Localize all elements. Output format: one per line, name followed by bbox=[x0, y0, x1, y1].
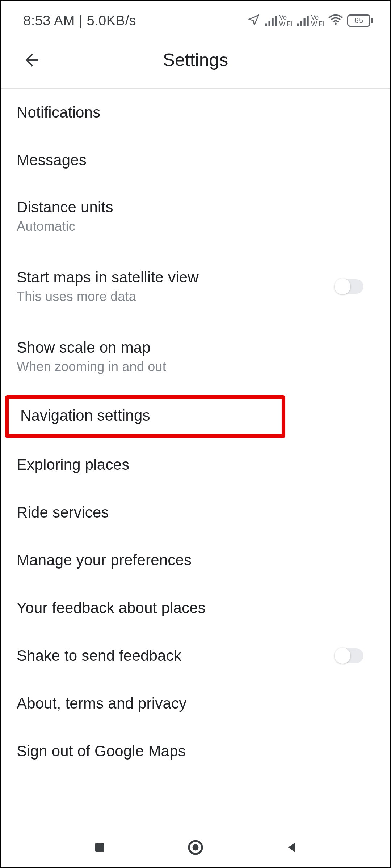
svg-rect-5 bbox=[300, 21, 302, 26]
setting-item-ride-services[interactable]: Ride services bbox=[1, 489, 390, 536]
circle-icon bbox=[187, 839, 204, 856]
setting-title: Your feedback about places bbox=[17, 599, 206, 617]
setting-title: Shake to send feedback bbox=[17, 647, 181, 664]
nav-home-button[interactable] bbox=[185, 837, 206, 858]
setting-item-satellite-view[interactable]: Start maps in satellite view This uses m… bbox=[1, 248, 390, 319]
setting-item-navigation-settings[interactable]: Navigation settings bbox=[5, 395, 285, 438]
signal-sim2: Vo WiFi bbox=[297, 14, 324, 27]
setting-title: Start maps in satellite view bbox=[17, 269, 199, 286]
setting-item-messages[interactable]: Messages bbox=[1, 136, 390, 184]
status-separator: | bbox=[75, 13, 87, 28]
setting-item-show-scale[interactable]: Show scale on map When zooming in and ou… bbox=[1, 319, 390, 389]
setting-title: Exploring places bbox=[17, 456, 129, 473]
signal-bars-icon bbox=[265, 15, 278, 26]
setting-title: Navigation settings bbox=[20, 407, 270, 424]
setting-title: Messages bbox=[17, 152, 87, 169]
square-icon bbox=[93, 841, 106, 854]
settings-list: Notifications Messages Distance units Au… bbox=[1, 89, 390, 775]
signal-bars-icon bbox=[297, 15, 310, 26]
setting-subtitle: When zooming in and out bbox=[17, 359, 166, 374]
system-nav-bar bbox=[1, 827, 390, 867]
status-bar: 8:53 AM | 5.0KB/s Vo WiFi bbox=[1, 1, 390, 37]
setting-subtitle: Automatic bbox=[17, 219, 113, 234]
setting-item-distance-units[interactable]: Distance units Automatic bbox=[1, 184, 390, 248]
setting-item-manage-preferences[interactable]: Manage your preferences bbox=[1, 536, 390, 584]
svg-rect-0 bbox=[265, 24, 267, 26]
svg-point-8 bbox=[335, 23, 337, 25]
setting-title: Ride services bbox=[17, 504, 109, 521]
arrow-back-icon bbox=[22, 50, 42, 70]
app-bar: Settings bbox=[1, 37, 390, 89]
vo-wifi-label-2: Vo WiFi bbox=[311, 14, 324, 27]
nav-back-button[interactable] bbox=[281, 837, 302, 858]
status-left: 8:53 AM | 5.0KB/s bbox=[23, 13, 136, 29]
svg-rect-6 bbox=[304, 18, 306, 26]
location-icon bbox=[247, 13, 260, 28]
setting-item-shake-feedback[interactable]: Shake to send feedback bbox=[1, 632, 390, 680]
setting-item-exploring-places[interactable]: Exploring places bbox=[1, 444, 390, 489]
shake-feedback-toggle[interactable] bbox=[336, 648, 363, 663]
triangle-back-icon bbox=[285, 841, 298, 854]
satellite-toggle[interactable] bbox=[336, 279, 363, 294]
wifi-icon bbox=[328, 14, 343, 27]
svg-rect-4 bbox=[297, 24, 299, 26]
setting-title: About, terms and privacy bbox=[17, 695, 186, 712]
nav-recent-button[interactable] bbox=[89, 837, 110, 858]
signal-sim1: Vo WiFi bbox=[265, 14, 292, 27]
svg-rect-2 bbox=[272, 18, 274, 26]
status-data-rate: 5.0KB/s bbox=[87, 13, 136, 28]
setting-title: Manage your preferences bbox=[17, 552, 192, 569]
svg-rect-9 bbox=[95, 843, 104, 852]
status-time: 8:53 AM bbox=[23, 13, 75, 28]
setting-title: Notifications bbox=[17, 104, 100, 121]
battery-level: 65 bbox=[354, 16, 363, 25]
setting-item-about-terms-privacy[interactable]: About, terms and privacy bbox=[1, 680, 390, 727]
svg-rect-7 bbox=[307, 16, 309, 26]
battery-indicator: 65 bbox=[347, 14, 373, 27]
setting-title: Distance units bbox=[17, 199, 113, 216]
svg-rect-1 bbox=[269, 21, 270, 26]
page-title: Settings bbox=[163, 50, 228, 71]
setting-subtitle: This uses more data bbox=[17, 289, 199, 304]
setting-item-sign-out[interactable]: Sign out of Google Maps bbox=[1, 727, 390, 775]
setting-item-notifications[interactable]: Notifications bbox=[1, 89, 390, 136]
setting-item-feedback-about-places[interactable]: Your feedback about places bbox=[1, 584, 390, 632]
setting-title: Sign out of Google Maps bbox=[17, 743, 186, 760]
status-right: Vo WiFi Vo WiFi bbox=[247, 13, 373, 28]
svg-point-11 bbox=[193, 844, 199, 851]
setting-title: Show scale on map bbox=[17, 339, 166, 356]
vo-wifi-label-1: Vo WiFi bbox=[279, 14, 292, 27]
back-button[interactable] bbox=[19, 47, 45, 73]
svg-rect-3 bbox=[275, 16, 277, 26]
